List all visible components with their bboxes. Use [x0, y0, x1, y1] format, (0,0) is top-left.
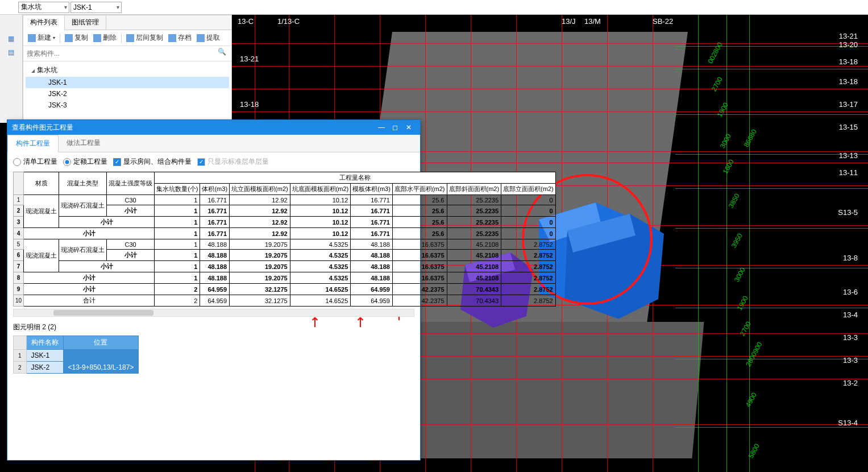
axis-label: SB-22 — [653, 17, 673, 26]
axis-label: 1/13-C — [277, 17, 300, 26]
dimension-label: 3000 — [733, 266, 747, 283]
axis-label: 13-18 — [839, 77, 858, 86]
table-row[interactable]: 9小计264.95932.127514.652564.95942.237570.… — [14, 284, 556, 295]
axis-label: 13-20 — [839, 40, 858, 49]
view-icon-column: ▦ ▤ — [0, 15, 23, 123]
tab-drawing-mgmt[interactable]: 图纸管理 — [65, 15, 106, 30]
panel-toolbar: 新建▾ 复制 删除 层间复制 存档 提取 — [23, 30, 231, 46]
tree-item-jsk2[interactable]: JSK-2 — [26, 88, 229, 100]
copy-button[interactable]: 复制 — [63, 32, 90, 44]
layer-copy-button[interactable]: 层间复制 — [124, 32, 165, 44]
dimension-label: 2800900 — [744, 341, 763, 368]
h-scrollbar[interactable] — [13, 309, 414, 317]
axis-label: 13-4 — [843, 310, 858, 319]
axis-label: 13-21 — [839, 32, 858, 40]
maximize-icon[interactable]: ◻ — [388, 123, 402, 131]
options-row: 清单工程量 定额工程量 显示房间、组合构件量 只显示标准层单层量 — [7, 152, 420, 172]
axis-label: 13/M — [584, 17, 601, 26]
axis-label: 13-18 — [240, 100, 259, 109]
dimension-label: 1600 — [721, 158, 736, 175]
dimension-label: 3950 — [730, 232, 744, 249]
check-standard-only: 只显示标准层单层量 — [197, 157, 269, 167]
axis-label: 13-6 — [843, 288, 858, 296]
axis-label: 13-11 — [839, 168, 858, 177]
axis-label: 13-15 — [839, 123, 858, 131]
quantity-table[interactable]: 材质混凝土类型混凝土强度等级工程里名称 集水坑数量(个)体积(m3)坑立面模板面… — [13, 172, 556, 307]
axis-label: 13-17 — [839, 100, 858, 109]
axis-label: 13/J — [562, 17, 576, 26]
table-row[interactable]: 8小计148.18819.20754.532548.18816.637545.2… — [14, 272, 556, 284]
close-icon[interactable]: ✕ — [402, 123, 416, 131]
table-row[interactable]: 5现浇混凝土现浇碎石混凝土C30148.18819.20754.532548.1… — [14, 239, 556, 250]
check-show-room[interactable]: 显示房间、组合构件量 — [113, 157, 192, 167]
view-icon-1[interactable]: ▦ — [0, 32, 22, 45]
axis-label: 13-13 — [839, 151, 858, 160]
dimension-label: 86680 — [742, 128, 758, 148]
radio-quota-qty[interactable]: 定额工程量 — [63, 157, 107, 167]
table-row[interactable]: 1现浇混凝土现浇碎石混凝土C30116.77112.9210.1216.7712… — [14, 195, 556, 205]
tab-component-qty[interactable]: 构件工程量 — [7, 135, 59, 152]
detail-table[interactable]: 构件名称位置 1JSK-12JSK-2<13-9+850,13/L-187> — [13, 336, 139, 374]
search-icon[interactable]: 🔍 — [214, 48, 230, 59]
axis-label: 13-C — [238, 17, 254, 26]
category-dropdown[interactable]: 集水坑 — [18, 2, 69, 13]
radio-list-qty[interactable]: 清单工程量 — [13, 157, 57, 167]
axis-label: S13-5 — [838, 208, 858, 217]
dialog-titlebar[interactable]: 查看构件图元工程量 — ◻ ✕ — [7, 120, 420, 135]
dimension-label: 3000 — [719, 133, 733, 150]
dimension-label: 3850 — [727, 192, 741, 209]
extract-button[interactable]: 提取 — [194, 32, 222, 44]
new-button[interactable]: 新建▾ — [26, 32, 57, 44]
archive-button[interactable]: 存档 — [166, 32, 194, 44]
axis-label: 13-2 — [843, 379, 858, 387]
axis-label: 13-21 — [240, 55, 259, 63]
axis-label: 13-8 — [843, 254, 858, 262]
dimension-label: 1900 — [736, 295, 750, 312]
table-row[interactable]: 10合计264.95932.127514.652564.95942.237570… — [14, 295, 556, 307]
table-row[interactable]: 4小计116.77112.9210.1216.77125.625.22350 — [14, 228, 556, 239]
search-input[interactable] — [25, 48, 214, 59]
tree-item-jsk1[interactable]: JSK-1 — [26, 77, 229, 88]
axis-label: 13-3 — [843, 356, 858, 365]
tab-method-qty[interactable]: 做法工程量 — [59, 135, 109, 152]
top-toolbar: 集水坑 JSK-1 — [0, 0, 868, 15]
tree-item-jsk3[interactable]: JSK-3 — [26, 100, 229, 111]
detail-title: 图元明细 2 (2) — [7, 319, 420, 336]
dimension-label: 002800 — [706, 41, 724, 65]
quantity-dialog: 查看构件图元工程量 — ◻ ✕ 构件工程量 做法工程量 清单工程量 定额工程量 … — [7, 119, 421, 461]
minimize-icon[interactable]: — — [375, 123, 388, 131]
dimension-label: 4900 — [744, 391, 758, 408]
tab-component-list[interactable]: 构件列表 — [23, 15, 65, 30]
axis-label: 13-3 — [843, 333, 858, 342]
dimension-label: 1900 — [716, 101, 730, 118]
view-icon-2[interactable]: ▤ — [0, 45, 22, 59]
table-row[interactable]: 7小计148.18819.20754.532548.18816.637545.2… — [14, 261, 556, 272]
panel-tabs: 构件列表 图纸管理 — [23, 15, 231, 30]
component-tree: 集水坑 JSK-1 JSK-2 JSK-3 — [23, 61, 231, 113]
table-row[interactable]: 3小计116.77112.9210.1216.77125.625.22350 — [14, 217, 556, 228]
axis-label: 13-18 — [839, 57, 858, 66]
axis-label: S13-4 — [838, 419, 858, 427]
dimension-label: 2700 — [710, 76, 724, 93]
tree-parent[interactable]: 集水坑 — [26, 64, 229, 77]
detail-row[interactable]: 2JSK-2<13-9+850,13/L-187> — [14, 362, 139, 374]
delete-button[interactable]: 删除 — [91, 32, 119, 44]
detail-row[interactable]: 1JSK-1 — [14, 350, 139, 362]
solid-blue-2 — [550, 202, 675, 328]
dialog-title: 查看构件图元工程量 — [12, 123, 375, 133]
dimension-label: 2700 — [738, 320, 753, 337]
component-dropdown[interactable]: JSK-1 — [70, 2, 122, 13]
component-panel: 构件列表 图纸管理 新建▾ 复制 删除 层间复制 存档 提取 🔍 集水坑 JSK… — [23, 15, 232, 123]
